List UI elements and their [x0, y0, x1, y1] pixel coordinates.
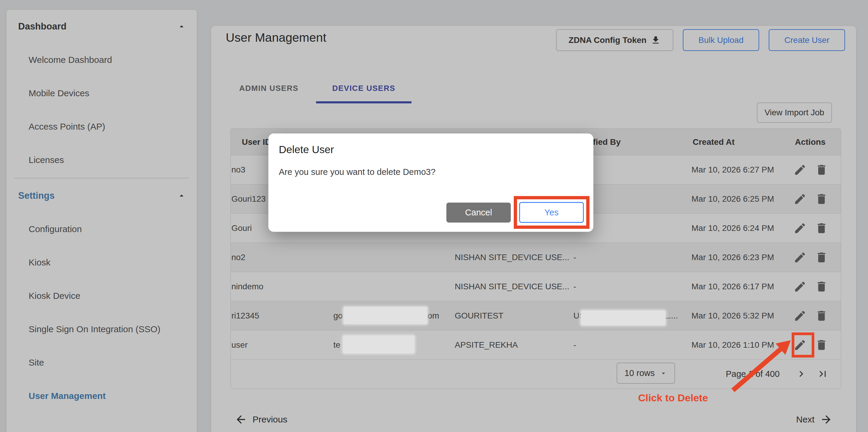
redaction-box — [343, 307, 427, 324]
cancel-button[interactable]: Cancel — [446, 203, 511, 223]
redaction-box — [581, 310, 665, 325]
highlight-box-edit-icon — [792, 332, 814, 358]
highlight-box-yes-button — [514, 196, 589, 229]
redaction-box — [343, 335, 414, 353]
dialog-message: Are you sure you want to delete Demo3? — [279, 167, 436, 177]
dialog-title: Delete User — [279, 143, 334, 156]
click-to-delete-annotation: Click to Delete — [638, 392, 708, 404]
